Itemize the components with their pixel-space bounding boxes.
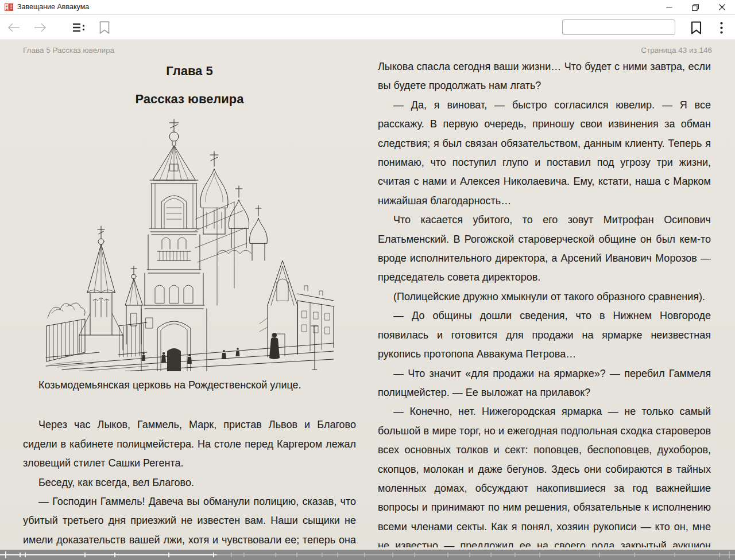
chapter-tick — [539, 553, 540, 557]
chapter-tick — [337, 553, 338, 557]
page-indicator: Страница 43 из 146 — [641, 46, 712, 55]
table-of-contents-icon — [73, 23, 86, 32]
left-paragraphs: Через час Лыков, Гаммель, Марк, пристав … — [23, 415, 356, 547]
bookmarks-list-button[interactable] — [95, 18, 114, 37]
paragraph: Беседу, как всегда, вел Благово. — [23, 473, 356, 492]
bookmark-outline-icon — [99, 21, 110, 34]
forward-button[interactable] — [31, 18, 49, 37]
add-bookmark-button[interactable] — [687, 18, 705, 37]
restore-icon — [692, 4, 699, 11]
close-button[interactable] — [709, 0, 735, 14]
chapter-tick — [168, 553, 169, 557]
chapter-tick — [447, 553, 448, 557]
illustration-caption: Козьмодемьянская церковь на Рождественск… — [23, 376, 356, 395]
back-arrow-icon — [7, 22, 21, 33]
paragraph: — Господин Гаммель! Давеча вы обманули п… — [23, 492, 356, 547]
chapter-number: Глава 5 — [23, 63, 356, 79]
chapter-tick — [414, 553, 415, 557]
chapter-tick — [490, 553, 492, 557]
search-input[interactable] — [569, 22, 672, 32]
paragraph: Через час Лыков, Гаммель, Марк, пристав … — [23, 415, 356, 473]
paragraph: — До общины дошли сведения, что в Нижнем… — [378, 306, 711, 364]
left-page-column: Глава 5 Рассказ ювелира — [23, 57, 356, 547]
progress-read-line — [0, 554, 217, 555]
right-paragraphs: Лыкова спасла сегодня ваши жизни… Что бу… — [378, 57, 711, 547]
page-header: Глава 5 Рассказ ювелира Страница 43 из 1… — [23, 46, 712, 55]
chapter-tick — [729, 551, 730, 558]
paragraph: — Что значит «для продажи на ярмарке»? —… — [378, 364, 711, 403]
paragraph: Лыкова спасла сегодня ваши жизни… Что бу… — [378, 57, 711, 96]
paragraph: (Полицейские дружно хмыкнули от такого о… — [378, 287, 711, 306]
minimize-icon — [666, 4, 672, 10]
chapter-tick — [719, 553, 720, 557]
chapter-tick — [674, 553, 675, 557]
window-controls — [656, 0, 735, 14]
breadcrumb-chapter: Глава 5 Рассказ ювелира — [23, 46, 114, 55]
chapter-tick — [469, 553, 470, 557]
menu-button[interactable] — [712, 18, 730, 37]
chapter-tick — [296, 553, 297, 557]
ebook-reader-window: { "titlebar": { "title": "Завещание Авва… — [0, 0, 735, 560]
chapter-tick — [231, 553, 232, 557]
chapter-tick — [25, 553, 26, 557]
chapter-tick — [114, 553, 115, 557]
reading-area: Глава 5 Рассказ ювелира Страница 43 из 1… — [0, 40, 735, 550]
forward-arrow-icon — [33, 22, 47, 33]
app-book-icon — [5, 3, 13, 11]
titlebar: Завещание Аввакума — [0, 0, 735, 14]
restore-button[interactable] — [682, 0, 709, 14]
chapter-title: Рассказ ювелира — [23, 91, 356, 107]
chapter-tick — [213, 553, 214, 557]
toolbar — [0, 15, 735, 40]
chapter-tick — [364, 553, 365, 557]
chapter-tick — [322, 553, 323, 557]
paragraph: Что касается убитого, то его зовут Митро… — [378, 211, 711, 287]
chapter-tick — [84, 553, 86, 557]
bookmark-icon — [691, 21, 702, 34]
progress-scrubber[interactable] — [0, 550, 735, 560]
church-illustration — [45, 116, 335, 371]
window-title: Завещание Аввакума — [17, 3, 89, 11]
chapter-tick — [243, 553, 245, 557]
chapter-tick — [20, 553, 21, 557]
chapter-tick — [634, 553, 635, 557]
chapter-tick — [392, 553, 393, 557]
paragraph: — Конечно, нет. Нижегородская ярмарка — … — [378, 402, 711, 547]
chapter-tick — [275, 553, 276, 557]
kebab-menu-icon — [720, 22, 723, 34]
chapter-tick — [5, 551, 6, 558]
right-page-column: Лыкова спасла сегодня ваши жизни… Что бу… — [378, 57, 711, 547]
chapter-tick — [599, 553, 600, 557]
table-of-contents-button[interactable] — [70, 18, 88, 37]
search-box — [562, 20, 675, 35]
minimize-button[interactable] — [656, 0, 682, 14]
chapter-tick — [514, 553, 516, 557]
close-icon — [719, 4, 725, 10]
paragraph: — Да, я виноват, — быстро согласился юве… — [378, 96, 711, 211]
back-button[interactable] — [5, 18, 23, 37]
